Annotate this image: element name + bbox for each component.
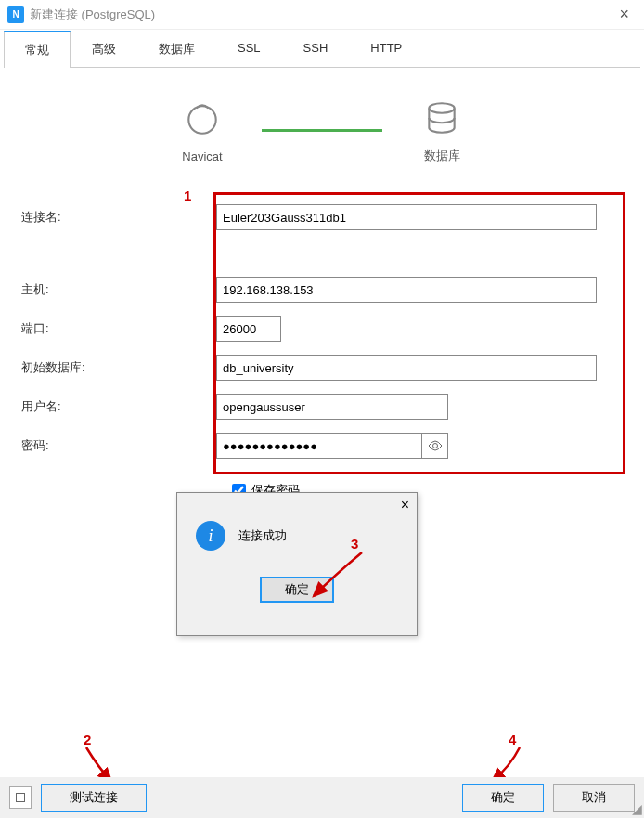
initdb-input[interactable] [216, 355, 597, 381]
conn-name-input[interactable] [216, 204, 597, 230]
annotation-4: 4 [509, 732, 516, 747]
window-title: 新建连接 (PostgreSQL) [30, 6, 155, 23]
tab-http[interactable]: HTTP [349, 31, 423, 68]
database-label: 数据库 [424, 148, 460, 164]
initdb-label: 初始数据库: [21, 359, 216, 376]
tab-ssh[interactable]: SSH [282, 31, 350, 68]
success-popup: × i 连接成功 确定 [176, 492, 418, 636]
navicat-label: Navicat [182, 149, 222, 163]
resize-grip-icon[interactable]: ◢ [632, 801, 642, 816]
port-input[interactable] [216, 316, 281, 342]
svg-point-2 [432, 444, 437, 448]
ok-button[interactable]: 确定 [462, 784, 544, 812]
info-icon: i [196, 521, 225, 551]
connection-diagram: Navicat 数据库 [19, 96, 625, 164]
tab-bar: 常规 高级 数据库 SSL SSH HTTP [4, 30, 640, 68]
app-icon: N [7, 6, 24, 23]
pwd-input[interactable] [216, 433, 422, 459]
host-input[interactable] [216, 277, 597, 303]
conn-name-label: 连接名: [21, 209, 216, 226]
svg-point-0 [188, 106, 215, 133]
form-highlight-box: 连接名: 主机: 端口: 初始数据库: 用户名: 密码: [213, 192, 625, 474]
pwd-label: 密码: [21, 437, 216, 454]
popup-message: 连接成功 [238, 527, 287, 544]
tab-database[interactable]: 数据库 [137, 31, 216, 68]
bottom-bar: 测试连接 确定 取消 [0, 777, 644, 818]
user-label: 用户名: [21, 398, 216, 415]
annotation-2: 2 [84, 732, 91, 747]
tab-general[interactable]: 常规 [4, 31, 71, 68]
close-icon[interactable]: × [612, 5, 637, 24]
port-label: 端口: [21, 320, 216, 337]
database-icon [419, 96, 464, 140]
tab-ssl[interactable]: SSL [216, 31, 282, 68]
popup-close-icon[interactable]: × [401, 497, 409, 513]
svg-point-1 [429, 103, 454, 113]
tab-advanced[interactable]: 高级 [71, 31, 137, 68]
cancel-button[interactable]: 取消 [553, 784, 635, 812]
user-input[interactable] [216, 394, 448, 420]
layout-toggle-button[interactable] [9, 786, 32, 809]
host-label: 主机: [21, 281, 216, 298]
annotation-3: 3 [351, 536, 358, 552]
annotation-1: 1 [184, 188, 191, 203]
navicat-icon [180, 97, 225, 142]
connection-line [262, 129, 382, 132]
eye-icon[interactable] [422, 433, 448, 459]
popup-ok-button[interactable]: 确定 [260, 577, 334, 603]
title-bar: N 新建连接 (PostgreSQL) × [0, 0, 644, 30]
test-connection-button[interactable]: 测试连接 [41, 784, 147, 812]
